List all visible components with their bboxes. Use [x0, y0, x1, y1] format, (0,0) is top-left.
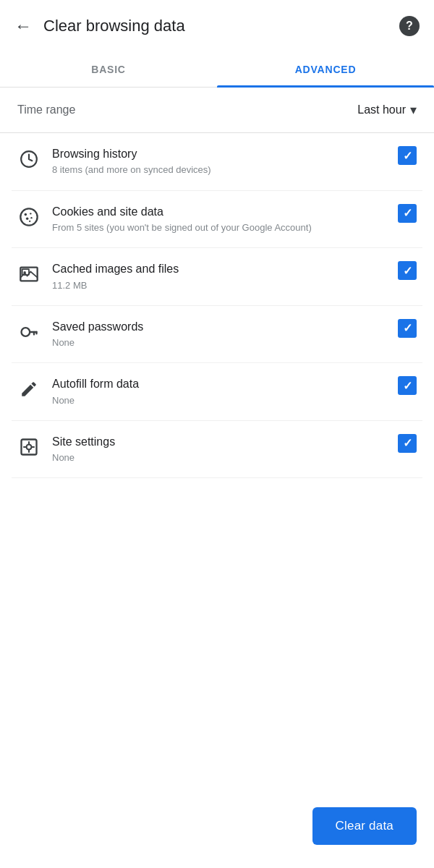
- item-content: Browsing history 8 items (and more on sy…: [52, 146, 386, 177]
- list-item: Cookies and site data From 5 sites (you …: [12, 191, 422, 249]
- header: ← Clear browsing data ?: [0, 0, 434, 52]
- item-title: Cookies and site data: [52, 204, 386, 220]
- svg-point-6: [29, 220, 30, 221]
- item-content: Autofill form data None: [52, 376, 386, 407]
- clear-button-container: Clear data: [312, 807, 417, 845]
- time-range-select[interactable]: Last hour ▾: [357, 102, 417, 118]
- cached-images-checkbox[interactable]: [398, 261, 417, 280]
- item-subtitle: 11.2 MB: [52, 279, 386, 292]
- tab-advanced[interactable]: ADVANCED: [217, 52, 434, 87]
- svg-point-9: [23, 271, 26, 274]
- svg-point-4: [26, 217, 29, 220]
- svg-point-10: [22, 328, 30, 336]
- time-range-row: Time range Last hour ▾: [0, 88, 434, 133]
- page-title: Clear browsing data: [43, 17, 185, 35]
- cookies-checkbox[interactable]: [398, 204, 417, 223]
- clock-icon: [17, 148, 41, 171]
- saved-passwords-checkbox[interactable]: [398, 319, 417, 338]
- dropdown-arrow-icon: ▾: [410, 102, 417, 118]
- item-title: Cached images and files: [52, 261, 386, 277]
- key-icon: [17, 320, 41, 344]
- item-content: Site settings None: [52, 434, 386, 465]
- item-content: Saved passwords None: [52, 319, 386, 350]
- back-button[interactable]: ←: [14, 16, 32, 36]
- browsing-history-checkbox[interactable]: [398, 146, 417, 165]
- site-settings-icon: [17, 435, 41, 459]
- item-content: Cookies and site data From 5 sites (you …: [52, 204, 386, 235]
- item-subtitle: From 5 sites (you won't be signed out of…: [52, 221, 386, 234]
- tabs-container: BASIC ADVANCED: [0, 52, 434, 88]
- time-range-value: Last hour: [357, 103, 406, 116]
- image-icon: [17, 263, 41, 286]
- svg-point-12: [27, 444, 32, 449]
- time-range-label: Time range: [17, 103, 75, 116]
- item-subtitle: 8 items (and more on synced devices): [52, 163, 386, 176]
- items-list: Browsing history 8 items (and more on sy…: [0, 133, 434, 478]
- item-title: Site settings: [52, 434, 386, 450]
- item-content: Cached images and files 11.2 MB: [52, 261, 386, 292]
- item-title: Autofill form data: [52, 376, 386, 392]
- list-item: Site settings None: [12, 421, 422, 479]
- list-item: Saved passwords None: [12, 306, 422, 364]
- list-item: Autofill form data None: [12, 363, 422, 421]
- item-title: Saved passwords: [52, 319, 386, 335]
- site-settings-checkbox[interactable]: [398, 434, 417, 453]
- list-item: Cached images and files 11.2 MB: [12, 248, 422, 306]
- svg-point-5: [30, 217, 32, 218]
- cookie-icon: [17, 205, 41, 229]
- svg-point-1: [20, 208, 37, 225]
- help-button[interactable]: ?: [399, 16, 420, 36]
- tab-basic[interactable]: BASIC: [0, 52, 217, 87]
- svg-point-2: [25, 213, 27, 216]
- list-item: Browsing history 8 items (and more on sy…: [12, 133, 422, 191]
- item-title: Browsing history: [52, 146, 386, 162]
- header-left: ← Clear browsing data: [14, 16, 185, 36]
- item-subtitle: None: [52, 336, 386, 349]
- clear-data-button[interactable]: Clear data: [312, 807, 417, 845]
- item-subtitle: None: [52, 394, 386, 407]
- svg-point-3: [30, 213, 31, 214]
- pencil-icon: [17, 378, 41, 401]
- item-subtitle: None: [52, 451, 386, 464]
- autofill-checkbox[interactable]: [398, 376, 417, 395]
